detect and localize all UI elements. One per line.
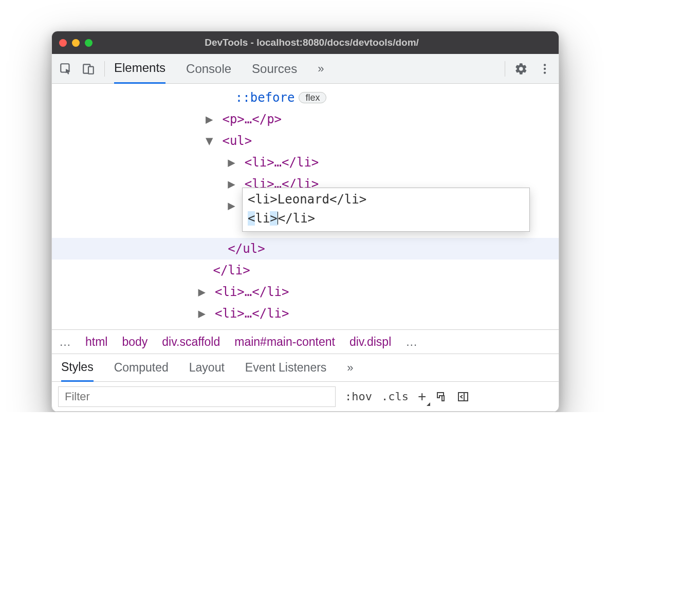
window-controls xyxy=(59,39,93,47)
devtools-window: DevTools - localhost:8080/docs/devtools/… xyxy=(51,31,559,412)
tab-console[interactable]: Console xyxy=(186,54,231,83)
toolbar-divider xyxy=(104,61,105,77)
dom-pseudo-before[interactable]: ::beforeflex xyxy=(52,87,559,108)
breadcrumb-overflow-left[interactable]: … xyxy=(59,335,71,349)
crumb-div-scaffold[interactable]: div.scaffold xyxy=(162,335,220,349)
crumb-html[interactable]: html xyxy=(85,335,107,349)
more-tabs-icon[interactable]: » xyxy=(318,62,324,76)
toolbar-divider xyxy=(505,61,505,77)
dom-node-li[interactable]: ▶ <li>…</li> xyxy=(52,281,559,303)
styles-filter-bar: :hov .cls + xyxy=(52,382,559,412)
dom-node-li[interactable]: ▶ <li>…</li> xyxy=(52,303,559,324)
kebab-menu-icon[interactable] xyxy=(538,62,551,76)
flex-badge[interactable]: flex xyxy=(299,92,326,103)
tab-sources[interactable]: Sources xyxy=(252,54,297,83)
main-toolbar: Elements Console Sources » xyxy=(52,54,559,84)
breadcrumb-overflow-right[interactable]: … xyxy=(406,335,417,349)
edit-html-box[interactable]: <li>Leonard</li> <li></li> xyxy=(242,188,530,232)
subtab-event-listeners[interactable]: Event Listeners xyxy=(245,355,327,381)
device-toggle-icon[interactable] xyxy=(82,62,95,76)
computed-sidebar-toggle-icon[interactable] xyxy=(457,391,469,403)
svg-rect-6 xyxy=(442,396,444,401)
svg-point-5 xyxy=(544,71,546,73)
cls-toggle-button[interactable]: .cls xyxy=(381,390,409,403)
crumb-div-displ[interactable]: div.displ xyxy=(349,335,391,349)
subtab-computed[interactable]: Computed xyxy=(114,355,169,381)
tab-elements[interactable]: Elements xyxy=(114,53,165,84)
dom-node-p[interactable]: ▶ <p>…</p> xyxy=(52,108,559,130)
elements-dom-tree[interactable]: ::beforeflex ▶ <p>…</p> ▼ <ul> ▶ <li>…</… xyxy=(52,84,559,329)
minimize-window-button[interactable] xyxy=(72,39,80,47)
maximize-window-button[interactable] xyxy=(85,39,93,47)
crumb-main-content[interactable]: main#main-content xyxy=(234,335,335,349)
panel-tabs: Elements Console Sources » xyxy=(114,53,495,84)
dom-breadcrumb[interactable]: … html body div.scaffold main#main-conte… xyxy=(52,329,559,354)
new-style-rule-button[interactable]: + xyxy=(418,388,426,405)
styles-subtabs: Styles Computed Layout Event Listeners » xyxy=(52,354,559,382)
dom-node-ul-open[interactable]: ▼ <ul> xyxy=(52,130,559,152)
titlebar: DevTools - localhost:8080/docs/devtools/… xyxy=(52,31,559,54)
close-window-button[interactable] xyxy=(59,39,67,47)
svg-point-4 xyxy=(544,67,546,69)
more-subtabs-icon[interactable]: » xyxy=(347,361,353,375)
svg-rect-2 xyxy=(88,66,94,73)
inspect-element-icon[interactable] xyxy=(59,62,72,76)
dom-node-li-close[interactable]: </li> xyxy=(52,260,559,281)
window-title: DevTools - localhost:8080/docs/devtools/… xyxy=(103,37,551,48)
settings-icon[interactable] xyxy=(514,62,528,76)
paint-brush-icon[interactable] xyxy=(435,391,448,403)
edit-line-2[interactable]: <li></li> xyxy=(248,209,524,228)
dom-node-ul-close[interactable]: </ul> xyxy=(52,238,559,260)
hover-state-button[interactable]: :hov xyxy=(345,390,372,403)
svg-point-3 xyxy=(544,64,546,66)
edit-line-1[interactable]: <li>Leonard</li> xyxy=(248,190,524,209)
subtab-layout[interactable]: Layout xyxy=(189,355,225,381)
styles-filter-input[interactable] xyxy=(58,386,336,407)
crumb-body[interactable]: body xyxy=(122,335,148,349)
dom-node-li[interactable]: ▶ <li>…</li> xyxy=(52,152,559,173)
subtab-styles[interactable]: Styles xyxy=(61,354,94,382)
